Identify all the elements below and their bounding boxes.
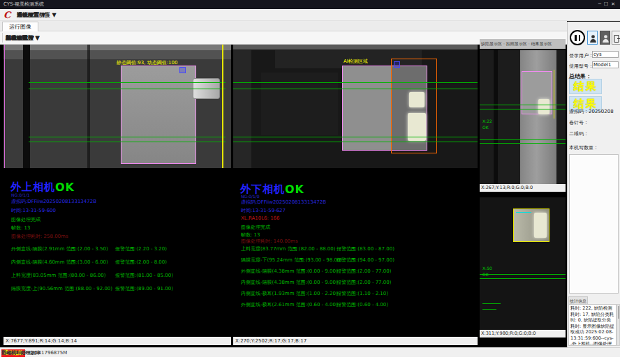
- machine-slot: [87, 45, 90, 168]
- measurement-row: 外侧直线-极耳(2.61mm 范围:(0.60 - 4.00): [241, 301, 338, 308]
- alarm-range: 报警范围:(83.00 - 87.00): [337, 245, 394, 252]
- alarm-range: 报警范围:(2.00 - 77.00): [337, 268, 391, 275]
- middle-camera-ok: OK: [285, 183, 304, 196]
- menu-bar: C 系统配置 相机配置 通讯配置 IO手配置 ▼ 光源控制配置 ▼ 查看 ▼ 系…: [0, 9, 620, 21]
- lower-camera-status: 下相机1:处理故障: [1, 349, 40, 356]
- baseline-green: [233, 89, 478, 89]
- baseline-green: [29, 137, 226, 137]
- user-gear-icon: [602, 34, 610, 43]
- baseline-green: [480, 274, 566, 275]
- minimize-icon[interactable]: ─: [598, 1, 604, 7]
- middle-camera-image[interactable]: AI检测区域: [233, 45, 478, 168]
- model-input[interactable]: [592, 61, 619, 68]
- mini-bottom-x-label: X:50: [482, 266, 492, 271]
- mini-bottom-pixel-status: X:311;Y:980;R:0;G:0;B:0: [480, 330, 566, 338]
- mini-top-x-label: X:22: [482, 119, 492, 124]
- user-manage-button[interactable]: [600, 31, 610, 45]
- app-logo-icon: C: [3, 10, 10, 20]
- measurement-row: 隔膜宽度-上(90.56mm 范围:(88.00 - 92.00): [11, 285, 112, 292]
- needle-number-label: 卷针号：: [569, 119, 589, 126]
- pause-icon: [579, 35, 581, 41]
- machine-light-column: [520, 50, 556, 184]
- login-user-input[interactable]: [592, 51, 619, 58]
- left-ng-info: NG:0/1/1: [11, 192, 30, 197]
- toolbar-separator: [2, 33, 3, 43]
- tab-highlight: [538, 99, 549, 114]
- model-label: 使用型号：: [569, 63, 593, 70]
- mini-top-image: X:22 OK: [480, 50, 566, 184]
- middle-pixel-status: X:270;Y:2502;R:17;G:17;B:17: [233, 337, 478, 345]
- run-info-log[interactable]: 耗时: 222, 缺陷检测耗时: 17, 缺陷分类耗时: 0, 缺陷提取分类耗时…: [568, 304, 617, 346]
- tab-highlight: [534, 213, 547, 238]
- left-camera-ok: OK: [55, 181, 75, 194]
- baseline-green: [233, 137, 478, 137]
- result-badge-1: 结果: [569, 79, 602, 94]
- measurement-row: 内侧直线-隔膜(4.38mm 范围:(0.00 - 9.00): [241, 279, 338, 286]
- tab-highlight: [409, 92, 425, 107]
- alarm-range: 报警范围:(0.60 - 4.00): [337, 301, 388, 308]
- alarm-range: 报警范围:(2.20 - 3.20): [115, 245, 167, 252]
- exit-door-icon: [614, 34, 620, 43]
- middle-camera-view: AI检测区域 外下相机OK NG:0/1/0 虚拟码:DFFiiw2025020…: [233, 45, 478, 345]
- mini-bottom-ok-label: OK: [482, 272, 489, 278]
- virtual-code-label: 虚拟码：: [569, 109, 589, 114]
- tab-run-image[interactable]: 运行图像: [2, 22, 38, 31]
- menu-language-switch[interactable]: 系统语言切换: [17, 11, 50, 19]
- cyan-marker: [516, 212, 531, 213]
- left-time: 时间:13-31-59-600: [11, 207, 56, 214]
- machine-top-band2: [3, 50, 231, 59]
- measurement-row: 隔膜宽度-下(95.24mm 范围:(93.00 - 98.00): [241, 257, 342, 264]
- window-bottom-margin: [0, 357, 620, 364]
- measurement-row: 内侧直线-隔膜(4.60mm 范围:(3.00 - 6.00): [11, 259, 108, 266]
- baseline-green: [480, 139, 566, 140]
- measurement-row: 上料宽度(83.77mm 范围:(82.00 - 88.00): [241, 245, 336, 252]
- exit-button[interactable]: [612, 31, 620, 45]
- mini-bottom-image: X:50 OK: [480, 197, 566, 330]
- close-icon[interactable]: ✕: [611, 1, 618, 7]
- tab-strip: 运行图像: [0, 21, 567, 31]
- scroll-thumb[interactable]: [618, 306, 620, 319]
- threshold-label: 静态阈值:93, 动态阈值:100: [117, 59, 177, 66]
- alarm-range: 报警范围:(2.00 - 77.00): [337, 279, 391, 286]
- alarm-range: 报警范围:(94.00 - 97.00): [337, 257, 394, 264]
- baseline-green: [29, 82, 226, 83]
- baseline-green: [233, 142, 478, 142]
- middle-encoder-value: XL.RA10L6: 166: [241, 215, 280, 221]
- mini-view-bottom[interactable]: X:50 OK X:311;Y:980;R:0;G:0;B:0: [480, 197, 566, 338]
- pause-button[interactable]: [570, 30, 585, 45]
- baseline-green: [480, 105, 566, 105]
- alarm-range: 报警范围:(81.00 - 85.00): [115, 272, 173, 279]
- left-barcode: 虚拟码:DFFiiw2025020813313472B: [11, 198, 96, 205]
- alarm-range: 报警范围:(1.10 - 2.10): [337, 290, 388, 297]
- measurement-row: 上料宽度(83.05mm 范围:(80.00 - 86.00): [11, 272, 106, 279]
- tool-other-settings[interactable]: 其它设置 ▼: [6, 34, 34, 42]
- left-camera-image[interactable]: 静态阈值:93, 动态阈值:100: [3, 45, 231, 168]
- app-window: CYS-视觉检测系统 ─☐✕ C 系统配置 相机配置 通讯配置 IO手配置 ▼ …: [0, 0, 620, 364]
- material-region-roi: [121, 66, 196, 164]
- bottom-status-bar: 心跳信号 相机连接 通讯连接 Cpu: 0.0% Memory: 3424.41…: [0, 347, 620, 357]
- machine-slot: [494, 50, 498, 184]
- mini-view-top[interactable]: X:22 OK X:267;Y:13;R:0;G:0;B:0: [480, 50, 566, 192]
- baseline-green: [29, 89, 226, 89]
- tiny-green-text-mark: [482, 303, 501, 304]
- middle-process-time: 图像处理耗时: 140.00ms: [241, 238, 298, 245]
- baseline-green: [29, 142, 226, 142]
- maximize-icon[interactable]: ☐: [604, 1, 611, 7]
- login-user-label: 登录用户：: [569, 52, 593, 59]
- middle-ng-info: NG:0/1/0: [241, 194, 260, 199]
- measurement-row: 内侧直线-极耳(1.93mm 范围:(1.00 - 2.20): [241, 290, 338, 297]
- virtual-code-value: 20250208: [589, 109, 614, 114]
- roi-marker-blue: [179, 67, 186, 73]
- middle-process-done: 图像处理完成: [241, 224, 270, 231]
- defect-list-box[interactable]: [569, 154, 619, 294]
- user-icon: [589, 34, 597, 43]
- info-scrollbar[interactable]: [617, 304, 620, 346]
- mini-top-ok-label: OK: [482, 125, 489, 130]
- middle-barcode: 虚拟码:DFFiiw2025020813313472B: [241, 199, 326, 206]
- user-login-button[interactable]: [587, 31, 598, 45]
- window-controls: ─☐✕: [598, 0, 618, 9]
- ai-region-label: AI检测区域: [344, 58, 368, 65]
- pause-icon: [575, 35, 577, 41]
- title-bar: CYS-视觉检测系统 ─☐✕: [0, 0, 620, 9]
- edge-line-yellow: [222, 45, 223, 168]
